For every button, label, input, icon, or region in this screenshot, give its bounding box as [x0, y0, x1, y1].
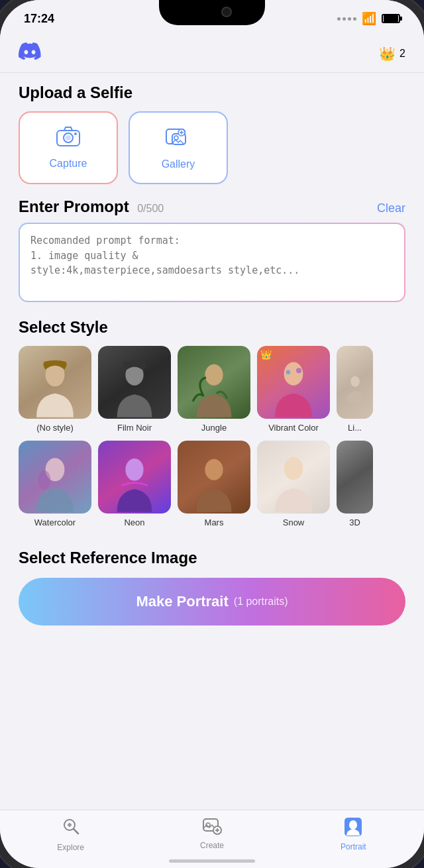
svg-point-26 [349, 820, 357, 830]
svg-point-16 [38, 470, 50, 490]
make-portrait-label: Make Portrait [136, 593, 228, 610]
crown-count: 2 [399, 48, 405, 60]
style-row-2: Watercolor Neon [19, 441, 405, 533]
capture-label: Capture [50, 158, 87, 170]
crown-icon: 👑 [379, 46, 396, 62]
style-thumb-3d [337, 441, 373, 514]
style-item-line[interactable]: Li... [337, 346, 373, 433]
style-section: Select Style (No style) [0, 305, 424, 533]
style-item-snow[interactable]: Snow [257, 441, 330, 527]
make-portrait-count: (1 portraits) [234, 596, 288, 608]
svg-point-10 [205, 364, 223, 385]
tab-explore[interactable]: Explore [0, 817, 141, 852]
style-label-nostyle: (No style) [36, 423, 74, 433]
home-indicator [169, 859, 255, 863]
svg-point-14 [350, 376, 360, 386]
style-label-3d: 3D [349, 517, 360, 527]
notch-camera [221, 7, 232, 17]
reference-title: Select Reference Image [19, 549, 405, 567]
prompt-header: Enter Promopt 0/500 Clear [19, 197, 405, 216]
prompt-count: 0/500 [137, 203, 164, 214]
reference-section: Select Reference Image Make Portrait (1 … [0, 535, 424, 633]
gallery-icon [166, 126, 191, 152]
style-item-filmnoir[interactable]: Film Noir [98, 346, 171, 433]
style-thumb-neon [98, 441, 171, 514]
style-label-vibrant: Vibrant Color [268, 423, 319, 433]
phone-shell: 17:24 📶 👑 2 Uplo [0, 0, 424, 868]
wifi-icon: 📶 [362, 11, 376, 26]
svg-point-19 [284, 457, 303, 480]
svg-point-3 [74, 133, 77, 135]
crown-badge: 👑 2 [379, 46, 405, 62]
style-thumb-vibrant: 👑 [257, 346, 330, 419]
camera-icon [56, 127, 80, 151]
portrait-icon [344, 817, 362, 840]
style-label-filmnoir: Film Noir [117, 423, 152, 433]
style-thumb-line [337, 346, 373, 419]
style-row-1: (No style) Film Noir [19, 346, 405, 438]
prompt-section: Enter Promopt 0/500 Clear [0, 190, 424, 305]
status-time: 17:24 [24, 12, 54, 26]
style-thumb-filmnoir [98, 346, 171, 419]
prompt-input[interactable] [19, 223, 405, 302]
upload-buttons: Capture Gallery [19, 111, 405, 184]
gallery-label: Gallery [162, 158, 195, 170]
style-label-neon: Neon [124, 517, 144, 527]
clear-button[interactable]: Clear [377, 201, 405, 215]
battery-icon [382, 14, 400, 23]
tab-create-label: Create [200, 841, 224, 850]
tab-portrait[interactable]: Portrait [283, 817, 424, 851]
gallery-button[interactable]: Gallery [129, 111, 228, 184]
prompt-title: Enter Promopt [19, 197, 129, 215]
status-bar: 17:24 📶 [0, 0, 424, 37]
style-label-watercolor: Watercolor [34, 517, 76, 527]
svg-point-17 [125, 458, 143, 480]
capture-button[interactable]: Capture [19, 111, 118, 184]
prompt-title-group: Enter Promopt 0/500 [19, 197, 164, 216]
style-item-mars[interactable]: Mars [178, 441, 250, 527]
style-item-vibrant[interactable]: 👑 Vibrant Color [257, 346, 330, 433]
style-label-jungle: Jungle [201, 423, 227, 433]
style-thumb-nostyle [19, 346, 91, 419]
style-item-nostyle[interactable]: (No style) [19, 346, 91, 433]
notch [159, 0, 265, 25]
make-portrait-button[interactable]: Make Portrait (1 portraits) [19, 578, 405, 625]
style-item-jungle[interactable]: Jungle [178, 346, 250, 433]
style-label-mars: Mars [205, 517, 224, 527]
style-label-line: Li... [348, 423, 362, 433]
signal-dots-icon [337, 17, 356, 21]
style-item-neon[interactable]: Neon [98, 441, 171, 527]
svg-point-12 [286, 370, 290, 374]
upload-section: Upload a Selfie Capture [0, 73, 424, 184]
explore-icon [62, 817, 80, 840]
svg-point-2 [66, 135, 71, 140]
scroll-content: Upload a Selfie Capture [0, 73, 424, 808]
app-header: 👑 2 [0, 37, 424, 72]
tab-portrait-label: Portrait [341, 842, 366, 851]
style-thumb-watercolor [19, 441, 91, 514]
style-item-watercolor[interactable]: Watercolor [19, 441, 91, 527]
style-thumb-mars [178, 441, 250, 514]
create-icon [202, 817, 222, 838]
tab-create[interactable]: Create [141, 817, 282, 850]
style-title: Select Style [19, 318, 405, 337]
svg-point-13 [296, 368, 301, 373]
status-icons: 📶 [337, 11, 400, 26]
svg-point-18 [205, 459, 223, 480]
upload-title: Upload a Selfie [19, 83, 405, 102]
style-thumb-jungle [178, 346, 250, 419]
style-thumb-snow [257, 441, 330, 514]
tab-explore-label: Explore [57, 843, 84, 852]
style-item-3d[interactable]: 3D [337, 441, 373, 527]
style-label-snow: Snow [283, 517, 305, 527]
discord-icon[interactable] [19, 42, 41, 64]
